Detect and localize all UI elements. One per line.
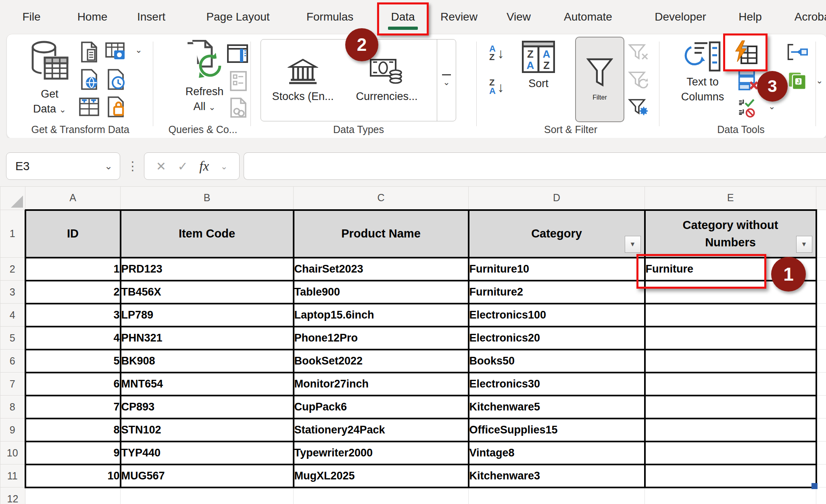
row-header-7[interactable]: 7 bbox=[0, 373, 25, 396]
cell-a10[interactable]: 9 bbox=[25, 442, 121, 464]
cell-d3[interactable]: Furniture2 bbox=[469, 281, 645, 304]
cell-a1[interactable]: ID bbox=[25, 210, 121, 258]
tab-review[interactable]: Review bbox=[440, 0, 478, 34]
cell-d2[interactable]: Furniture10 bbox=[469, 258, 645, 281]
row-header-1[interactable]: 1 bbox=[0, 210, 25, 258]
cell-d4[interactable]: Electronics100 bbox=[469, 304, 645, 327]
cell-a4[interactable]: 3 bbox=[25, 304, 121, 327]
cell-f4[interactable] bbox=[816, 304, 826, 327]
row-header-2[interactable]: 2 bbox=[0, 258, 25, 281]
edit-links-button[interactable] bbox=[228, 97, 249, 118]
tab-view[interactable]: View bbox=[507, 0, 531, 34]
cell-b2[interactable]: PRD123 bbox=[121, 258, 294, 281]
cell-c8[interactable]: CupPack6 bbox=[294, 396, 469, 419]
cell-f8[interactable] bbox=[816, 396, 826, 419]
cell-e10[interactable] bbox=[645, 442, 816, 464]
tab-home[interactable]: Home bbox=[77, 0, 108, 34]
tab-formulas[interactable]: Formulas bbox=[307, 0, 354, 34]
cell-f5[interactable] bbox=[816, 327, 826, 350]
cell-f2[interactable] bbox=[816, 258, 826, 281]
tab-file[interactable]: File bbox=[22, 0, 40, 34]
column-header-e[interactable]: E bbox=[645, 187, 816, 210]
select-all-corner[interactable] bbox=[0, 187, 25, 210]
column-header-d[interactable]: D bbox=[469, 187, 645, 210]
sort-descending-button[interactable]: ZA ↓ bbox=[489, 79, 504, 96]
cell-c1[interactable]: Product Name bbox=[294, 210, 469, 258]
cell-a3[interactable]: 2 bbox=[25, 281, 121, 304]
cell-b8[interactable]: CP893 bbox=[121, 396, 294, 419]
cell-d11[interactable]: Kitchenware3 bbox=[469, 464, 645, 487]
from-text-csv-button[interactable] bbox=[79, 42, 100, 62]
cell-b9[interactable]: STN102 bbox=[121, 419, 294, 442]
cell-b10[interactable]: TYP440 bbox=[121, 442, 294, 464]
cell-e1[interactable]: Category without Numbers ▼ bbox=[645, 210, 816, 258]
queries-connections-pane-button[interactable] bbox=[227, 43, 248, 64]
cell-d8[interactable]: Kitchenware5 bbox=[469, 396, 645, 419]
cell-a11[interactable]: 10 bbox=[25, 464, 121, 487]
cell-a8[interactable]: 7 bbox=[25, 396, 121, 419]
filter-button[interactable]: Filter bbox=[575, 37, 624, 122]
data-model-dropdown[interactable]: ⌄ bbox=[816, 76, 823, 85]
cell-c3[interactable]: Table900 bbox=[294, 281, 469, 304]
tab-help[interactable]: Help bbox=[738, 0, 762, 34]
cancel-icon[interactable]: ✕ bbox=[156, 159, 166, 173]
cell-a12[interactable] bbox=[25, 487, 121, 504]
row-header-10[interactable]: 10 bbox=[0, 442, 25, 464]
data-validation-button[interactable] bbox=[738, 97, 759, 118]
cell-d5[interactable]: Electronics20 bbox=[469, 327, 645, 350]
tab-developer[interactable]: Developer bbox=[655, 0, 706, 34]
cell-c4[interactable]: Laptop15.6inch bbox=[294, 304, 469, 327]
cell-c2[interactable]: ChairSet2023 bbox=[294, 258, 469, 281]
cell-e11[interactable] bbox=[645, 464, 816, 487]
cell-e7[interactable] bbox=[645, 373, 816, 396]
cell-c7[interactable]: Monitor27inch bbox=[294, 373, 469, 396]
stocks-data-type[interactable]: Stocks (En... bbox=[261, 40, 345, 121]
cell-b11[interactable]: MUG567 bbox=[121, 464, 294, 487]
cell-e4[interactable] bbox=[645, 304, 816, 327]
row-header-8[interactable]: 8 bbox=[0, 396, 25, 419]
column-header-f[interactable] bbox=[816, 187, 826, 210]
row-header-3[interactable]: 3 bbox=[0, 281, 25, 304]
row-header-5[interactable]: 5 bbox=[0, 327, 25, 350]
tab-insert[interactable]: Insert bbox=[137, 0, 165, 34]
tab-acrobat[interactable]: Acrobat bbox=[795, 0, 826, 34]
row-header-9[interactable]: 9 bbox=[0, 419, 25, 442]
fill-handle[interactable] bbox=[811, 483, 818, 489]
advanced-filter-button[interactable] bbox=[628, 96, 649, 117]
cell-b7[interactable]: MNT654 bbox=[121, 373, 294, 396]
get-data-button[interactable]: Get Data ⌄ bbox=[21, 40, 78, 117]
column-header-b[interactable]: B bbox=[121, 187, 294, 210]
sort-ascending-button[interactable]: AZ ↓ bbox=[489, 45, 504, 62]
refresh-all-button[interactable]: Refresh All ⌄ bbox=[174, 40, 235, 115]
cell-a5[interactable]: 4 bbox=[25, 327, 121, 350]
cell-f6[interactable] bbox=[816, 350, 826, 373]
cell-b6[interactable]: BK908 bbox=[121, 350, 294, 373]
cell-c12[interactable] bbox=[294, 487, 469, 504]
cell-f7[interactable] bbox=[816, 373, 826, 396]
remove-duplicates-button[interactable] bbox=[738, 69, 759, 90]
cell-f1[interactable] bbox=[816, 210, 826, 258]
reapply-filter-button[interactable] bbox=[628, 69, 649, 90]
cell-f10[interactable] bbox=[816, 442, 826, 464]
name-box[interactable]: E3 ⌄ bbox=[6, 152, 120, 180]
from-picture-dropdown[interactable]: ⌄ bbox=[135, 46, 142, 54]
cell-f3[interactable] bbox=[816, 281, 826, 304]
cell-a2[interactable]: 1 bbox=[25, 258, 121, 281]
cell-f12[interactable] bbox=[816, 487, 826, 504]
formula-input[interactable] bbox=[244, 152, 826, 180]
existing-connections-button[interactable] bbox=[105, 96, 126, 117]
cell-b5[interactable]: PHN321 bbox=[121, 327, 294, 350]
cell-d1[interactable]: Category ▼ bbox=[469, 210, 645, 258]
row-header-12[interactable]: 12 bbox=[0, 487, 25, 504]
from-web-button[interactable] bbox=[79, 69, 100, 90]
column-header-a[interactable]: A bbox=[25, 187, 121, 210]
cell-c10[interactable]: Typewriter2000 bbox=[294, 442, 469, 464]
recent-sources-button[interactable] bbox=[105, 69, 126, 90]
filter-dropdown-button[interactable]: ▼ bbox=[796, 236, 812, 253]
chevron-down-icon[interactable]: ⌄ bbox=[221, 162, 228, 171]
cell-c9[interactable]: Stationery24Pack bbox=[294, 419, 469, 442]
data-validation-dropdown[interactable]: ⌄ bbox=[768, 102, 776, 110]
cell-f9[interactable] bbox=[816, 419, 826, 442]
cell-b1[interactable]: Item Code bbox=[121, 210, 294, 258]
consolidate-button[interactable] bbox=[787, 42, 808, 62]
